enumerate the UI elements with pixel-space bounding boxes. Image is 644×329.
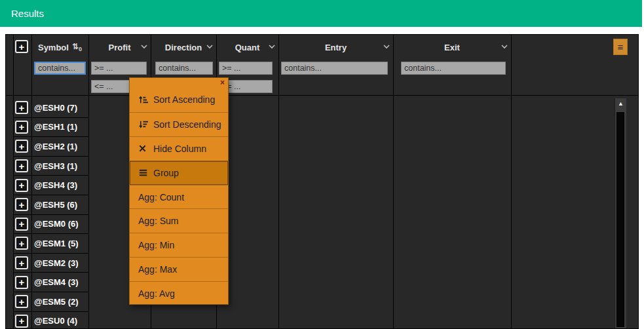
column-label: Direction bbox=[165, 43, 202, 52]
row-group-label: @ESM5 (2) bbox=[34, 297, 79, 307]
row-group-label: @ESH5 (6) bbox=[34, 200, 77, 210]
close-icon[interactable]: × bbox=[220, 79, 225, 87]
table-row: +@ESM5 (2) bbox=[13, 292, 89, 312]
group-icon bbox=[138, 168, 153, 178]
table-row: +@ESM0 (6) bbox=[13, 215, 89, 235]
expand-row-button[interactable]: + bbox=[15, 159, 28, 172]
row-group-label: @ESH3 (1) bbox=[34, 161, 77, 171]
table-row: +@ESH5 (6) bbox=[13, 195, 89, 215]
column-header-exit[interactable]: Exit bbox=[393, 39, 511, 56]
table-row: +@ESM1 (5) bbox=[13, 234, 89, 254]
vertical-scrollbar[interactable]: ▲ bbox=[615, 98, 626, 328]
column-label: Symbol bbox=[38, 43, 69, 52]
chevron-down-icon[interactable] bbox=[501, 45, 508, 49]
column-label: Entry bbox=[325, 43, 347, 52]
row-group-label: @ESM2 (3) bbox=[34, 258, 79, 268]
expand-row-button[interactable]: + bbox=[15, 295, 28, 308]
expand-row-button[interactable]: + bbox=[15, 140, 28, 153]
row-group-label: @ESH4 (3) bbox=[34, 180, 77, 190]
column-header-symbol[interactable]: Symbol ⇅0 bbox=[31, 39, 88, 56]
menu-item-label: Agg: Avg bbox=[138, 288, 175, 299]
row-group-label: @ESM1 (5) bbox=[34, 239, 79, 248]
expand-row-button[interactable]: + bbox=[15, 198, 28, 211]
menu-item-sort-ascending[interactable]: Sort Ascending bbox=[130, 88, 228, 112]
menu-item-label: Agg: Max bbox=[138, 264, 177, 275]
column-header-direction[interactable]: Direction bbox=[151, 39, 216, 56]
row-group-label: @ESU0 (4) bbox=[34, 316, 77, 326]
column-header-entry[interactable]: Entry bbox=[278, 39, 393, 56]
menu-item-hide-column[interactable]: Hide Column bbox=[130, 136, 228, 161]
table-row: +@ESM2 (3) bbox=[13, 254, 89, 273]
expand-row-button[interactable]: + bbox=[15, 121, 28, 134]
sort-ascending-icon bbox=[138, 95, 153, 105]
row-group-label: @ESH1 (1) bbox=[34, 122, 77, 132]
menu-item-label: Sort Ascending bbox=[153, 94, 215, 105]
table-row: +@ESU0 (4) bbox=[13, 312, 89, 328]
sort-descending-icon bbox=[138, 119, 153, 129]
menu-item-group[interactable]: Group bbox=[130, 161, 228, 185]
menu-item-label: Agg: Min bbox=[138, 240, 174, 250]
menu-item-label: Agg: Sum bbox=[138, 216, 178, 226]
table-row: +@ESH2 (1) bbox=[13, 137, 89, 157]
chevron-down-icon[interactable] bbox=[206, 45, 213, 49]
table-rows: +@ESH0 (7)+@ESH1 (1)+@ESH2 (1)+@ESH3 (1)… bbox=[6, 98, 625, 328]
table-row: +@ESH1 (1) bbox=[13, 118, 89, 138]
menu-item-label: Group bbox=[153, 168, 179, 178]
row-group-label: @ESM0 (6) bbox=[34, 219, 79, 229]
column-label: Profit bbox=[109, 43, 131, 52]
menu-item-agg-max[interactable]: Agg: Max bbox=[130, 257, 228, 281]
hide-column-icon bbox=[138, 144, 153, 153]
expand-all-button[interactable]: + bbox=[15, 40, 28, 53]
column-header-profit[interactable]: Profit bbox=[88, 39, 151, 56]
header-divider bbox=[6, 95, 638, 96]
expand-row-button[interactable]: + bbox=[15, 101, 28, 114]
expand-row-button[interactable]: + bbox=[15, 315, 28, 328]
table-row: +@ESH3 (1) bbox=[13, 157, 89, 176]
menu-item-label: Agg: Count bbox=[138, 192, 184, 203]
row-group-label: @ESM4 (3) bbox=[34, 277, 79, 287]
results-table: + Symbol ⇅0 Profit Direction Quant Entry… bbox=[5, 34, 639, 329]
expand-row-button[interactable]: + bbox=[15, 256, 28, 269]
column-context-menu: × Sort AscendingSort DescendingHide Colu… bbox=[129, 77, 229, 305]
expand-row-button[interactable]: + bbox=[15, 276, 28, 289]
profit-min-filter-input[interactable] bbox=[91, 62, 147, 75]
scrollbar-thumb[interactable] bbox=[616, 112, 624, 327]
table-row: +@ESM4 (3) bbox=[13, 273, 89, 292]
table-menu-button[interactable]: ≡ bbox=[613, 39, 628, 55]
column-label: Exit bbox=[444, 43, 460, 52]
menu-item-agg-count[interactable]: Agg: Count bbox=[130, 185, 228, 209]
column-header-quant[interactable]: Quant bbox=[216, 39, 278, 56]
page: Results + Symbol ⇅0 Profit Direction Qua… bbox=[0, 0, 644, 329]
column-label: Quant bbox=[235, 43, 260, 52]
menu-item-agg-avg[interactable]: Agg: Avg bbox=[130, 281, 228, 305]
scroll-up-icon[interactable]: ▲ bbox=[615, 100, 626, 107]
direction-filter-input[interactable] bbox=[155, 62, 213, 75]
column-menu-items: Sort AscendingSort DescendingHide Column… bbox=[130, 88, 228, 305]
chevron-down-icon[interactable] bbox=[141, 45, 147, 49]
chevron-down-icon[interactable] bbox=[383, 45, 390, 49]
menu-item-label: Hide Column bbox=[153, 144, 206, 154]
sort-icon[interactable]: ⇅0 bbox=[72, 42, 82, 52]
menu-item-agg-sum[interactable]: Agg: Sum bbox=[130, 208, 228, 233]
menu-item-label: Sort Descending bbox=[153, 119, 221, 130]
row-group-label: @ESH2 (1) bbox=[34, 142, 77, 151]
quant-min-filter-input[interactable] bbox=[219, 62, 273, 75]
symbol-filter-input[interactable] bbox=[34, 62, 86, 75]
menu-item-sort-descending[interactable]: Sort Descending bbox=[130, 112, 228, 136]
menu-item-agg-min[interactable]: Agg: Min bbox=[130, 233, 228, 257]
panel-title: Results bbox=[11, 8, 44, 19]
chevron-down-icon[interactable] bbox=[269, 45, 275, 49]
entry-filter-input[interactable] bbox=[281, 62, 388, 75]
exit-filter-input[interactable] bbox=[401, 62, 506, 75]
expand-row-button[interactable]: + bbox=[15, 218, 28, 231]
expand-row-button[interactable]: + bbox=[15, 237, 28, 250]
row-group-label: @ESH0 (7) bbox=[34, 103, 77, 113]
table-row: +@ESH0 (7) bbox=[13, 98, 89, 118]
table-row: +@ESH4 (3) bbox=[13, 176, 89, 195]
expand-row-button[interactable]: + bbox=[15, 179, 28, 192]
panel-header: Results bbox=[0, 0, 642, 27]
